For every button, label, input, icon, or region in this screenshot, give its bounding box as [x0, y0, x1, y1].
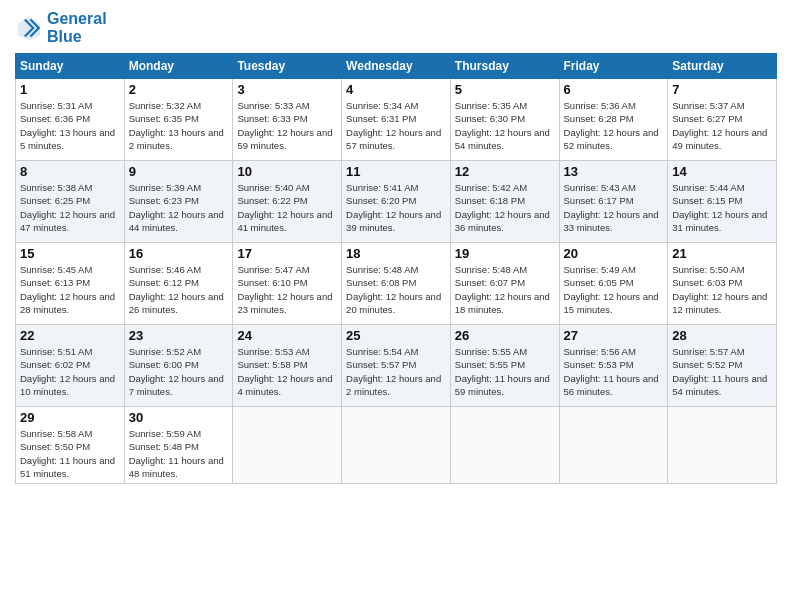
- day-number: 23: [129, 328, 229, 343]
- calendar-cell: 15Sunrise: 5:45 AMSunset: 6:13 PMDayligh…: [16, 243, 125, 325]
- day-detail: Sunrise: 5:46 AMSunset: 6:12 PMDaylight:…: [129, 263, 229, 316]
- calendar-table: SundayMondayTuesdayWednesdayThursdayFrid…: [15, 53, 777, 484]
- day-detail: Sunrise: 5:45 AMSunset: 6:13 PMDaylight:…: [20, 263, 120, 316]
- calendar-cell: [668, 407, 777, 484]
- weekday-header: Wednesday: [342, 54, 451, 79]
- calendar-cell: 1Sunrise: 5:31 AMSunset: 6:36 PMDaylight…: [16, 79, 125, 161]
- calendar-cell: 22Sunrise: 5:51 AMSunset: 6:02 PMDayligh…: [16, 325, 125, 407]
- day-detail: Sunrise: 5:43 AMSunset: 6:17 PMDaylight:…: [564, 181, 664, 234]
- day-number: 29: [20, 410, 120, 425]
- calendar-cell: 26Sunrise: 5:55 AMSunset: 5:55 PMDayligh…: [450, 325, 559, 407]
- calendar-cell: [233, 407, 342, 484]
- logo-text: General Blue: [47, 10, 107, 45]
- day-number: 6: [564, 82, 664, 97]
- weekday-header: Saturday: [668, 54, 777, 79]
- day-number: 30: [129, 410, 229, 425]
- calendar-cell: 30Sunrise: 5:59 AMSunset: 5:48 PMDayligh…: [124, 407, 233, 484]
- calendar-cell: 14Sunrise: 5:44 AMSunset: 6:15 PMDayligh…: [668, 161, 777, 243]
- calendar-cell: 23Sunrise: 5:52 AMSunset: 6:00 PMDayligh…: [124, 325, 233, 407]
- calendar-cell: 19Sunrise: 5:48 AMSunset: 6:07 PMDayligh…: [450, 243, 559, 325]
- day-number: 5: [455, 82, 555, 97]
- calendar-header-row: SundayMondayTuesdayWednesdayThursdayFrid…: [16, 54, 777, 79]
- day-detail: Sunrise: 5:49 AMSunset: 6:05 PMDaylight:…: [564, 263, 664, 316]
- day-number: 27: [564, 328, 664, 343]
- day-detail: Sunrise: 5:41 AMSunset: 6:20 PMDaylight:…: [346, 181, 446, 234]
- day-detail: Sunrise: 5:57 AMSunset: 5:52 PMDaylight:…: [672, 345, 772, 398]
- page-container: General Blue SundayMondayTuesdayWednesda…: [0, 0, 792, 494]
- weekday-header: Thursday: [450, 54, 559, 79]
- calendar-week-row: 15Sunrise: 5:45 AMSunset: 6:13 PMDayligh…: [16, 243, 777, 325]
- day-number: 7: [672, 82, 772, 97]
- day-detail: Sunrise: 5:33 AMSunset: 6:33 PMDaylight:…: [237, 99, 337, 152]
- day-detail: Sunrise: 5:54 AMSunset: 5:57 PMDaylight:…: [346, 345, 446, 398]
- day-number: 12: [455, 164, 555, 179]
- calendar-week-row: 8Sunrise: 5:38 AMSunset: 6:25 PMDaylight…: [16, 161, 777, 243]
- day-detail: Sunrise: 5:59 AMSunset: 5:48 PMDaylight:…: [129, 427, 229, 480]
- page-header: General Blue: [15, 10, 777, 45]
- day-detail: Sunrise: 5:39 AMSunset: 6:23 PMDaylight:…: [129, 181, 229, 234]
- day-number: 8: [20, 164, 120, 179]
- day-detail: Sunrise: 5:56 AMSunset: 5:53 PMDaylight:…: [564, 345, 664, 398]
- calendar-cell: 13Sunrise: 5:43 AMSunset: 6:17 PMDayligh…: [559, 161, 668, 243]
- day-detail: Sunrise: 5:31 AMSunset: 6:36 PMDaylight:…: [20, 99, 120, 152]
- day-detail: Sunrise: 5:32 AMSunset: 6:35 PMDaylight:…: [129, 99, 229, 152]
- calendar-week-row: 22Sunrise: 5:51 AMSunset: 6:02 PMDayligh…: [16, 325, 777, 407]
- calendar-cell: 10Sunrise: 5:40 AMSunset: 6:22 PMDayligh…: [233, 161, 342, 243]
- day-number: 22: [20, 328, 120, 343]
- day-detail: Sunrise: 5:36 AMSunset: 6:28 PMDaylight:…: [564, 99, 664, 152]
- day-number: 14: [672, 164, 772, 179]
- day-number: 25: [346, 328, 446, 343]
- logo: General Blue: [15, 10, 107, 45]
- calendar-cell: 2Sunrise: 5:32 AMSunset: 6:35 PMDaylight…: [124, 79, 233, 161]
- day-number: 11: [346, 164, 446, 179]
- day-number: 1: [20, 82, 120, 97]
- calendar-cell: 4Sunrise: 5:34 AMSunset: 6:31 PMDaylight…: [342, 79, 451, 161]
- day-detail: Sunrise: 5:52 AMSunset: 6:00 PMDaylight:…: [129, 345, 229, 398]
- calendar-cell: 20Sunrise: 5:49 AMSunset: 6:05 PMDayligh…: [559, 243, 668, 325]
- day-number: 13: [564, 164, 664, 179]
- day-number: 24: [237, 328, 337, 343]
- day-number: 15: [20, 246, 120, 261]
- calendar-cell: 24Sunrise: 5:53 AMSunset: 5:58 PMDayligh…: [233, 325, 342, 407]
- calendar-week-row: 1Sunrise: 5:31 AMSunset: 6:36 PMDaylight…: [16, 79, 777, 161]
- calendar-cell: 3Sunrise: 5:33 AMSunset: 6:33 PMDaylight…: [233, 79, 342, 161]
- day-number: 16: [129, 246, 229, 261]
- calendar-cell: 16Sunrise: 5:46 AMSunset: 6:12 PMDayligh…: [124, 243, 233, 325]
- calendar-cell: 28Sunrise: 5:57 AMSunset: 5:52 PMDayligh…: [668, 325, 777, 407]
- day-detail: Sunrise: 5:37 AMSunset: 6:27 PMDaylight:…: [672, 99, 772, 152]
- day-detail: Sunrise: 5:53 AMSunset: 5:58 PMDaylight:…: [237, 345, 337, 398]
- day-detail: Sunrise: 5:44 AMSunset: 6:15 PMDaylight:…: [672, 181, 772, 234]
- weekday-header: Monday: [124, 54, 233, 79]
- calendar-cell: 27Sunrise: 5:56 AMSunset: 5:53 PMDayligh…: [559, 325, 668, 407]
- calendar-cell: 29Sunrise: 5:58 AMSunset: 5:50 PMDayligh…: [16, 407, 125, 484]
- calendar-cell: 25Sunrise: 5:54 AMSunset: 5:57 PMDayligh…: [342, 325, 451, 407]
- day-number: 17: [237, 246, 337, 261]
- day-number: 21: [672, 246, 772, 261]
- day-detail: Sunrise: 5:50 AMSunset: 6:03 PMDaylight:…: [672, 263, 772, 316]
- day-number: 28: [672, 328, 772, 343]
- day-detail: Sunrise: 5:38 AMSunset: 6:25 PMDaylight:…: [20, 181, 120, 234]
- day-number: 26: [455, 328, 555, 343]
- day-detail: Sunrise: 5:48 AMSunset: 6:07 PMDaylight:…: [455, 263, 555, 316]
- day-detail: Sunrise: 5:58 AMSunset: 5:50 PMDaylight:…: [20, 427, 120, 480]
- day-number: 9: [129, 164, 229, 179]
- calendar-body: 1Sunrise: 5:31 AMSunset: 6:36 PMDaylight…: [16, 79, 777, 484]
- calendar-cell: [450, 407, 559, 484]
- calendar-cell: [559, 407, 668, 484]
- calendar-cell: 8Sunrise: 5:38 AMSunset: 6:25 PMDaylight…: [16, 161, 125, 243]
- weekday-header: Tuesday: [233, 54, 342, 79]
- day-number: 19: [455, 246, 555, 261]
- calendar-cell: 12Sunrise: 5:42 AMSunset: 6:18 PMDayligh…: [450, 161, 559, 243]
- calendar-cell: 21Sunrise: 5:50 AMSunset: 6:03 PMDayligh…: [668, 243, 777, 325]
- calendar-cell: 9Sunrise: 5:39 AMSunset: 6:23 PMDaylight…: [124, 161, 233, 243]
- calendar-cell: 5Sunrise: 5:35 AMSunset: 6:30 PMDaylight…: [450, 79, 559, 161]
- day-detail: Sunrise: 5:42 AMSunset: 6:18 PMDaylight:…: [455, 181, 555, 234]
- day-detail: Sunrise: 5:51 AMSunset: 6:02 PMDaylight:…: [20, 345, 120, 398]
- day-detail: Sunrise: 5:34 AMSunset: 6:31 PMDaylight:…: [346, 99, 446, 152]
- day-detail: Sunrise: 5:35 AMSunset: 6:30 PMDaylight:…: [455, 99, 555, 152]
- calendar-cell: [342, 407, 451, 484]
- day-number: 18: [346, 246, 446, 261]
- day-number: 20: [564, 246, 664, 261]
- calendar-cell: 18Sunrise: 5:48 AMSunset: 6:08 PMDayligh…: [342, 243, 451, 325]
- calendar-cell: 7Sunrise: 5:37 AMSunset: 6:27 PMDaylight…: [668, 79, 777, 161]
